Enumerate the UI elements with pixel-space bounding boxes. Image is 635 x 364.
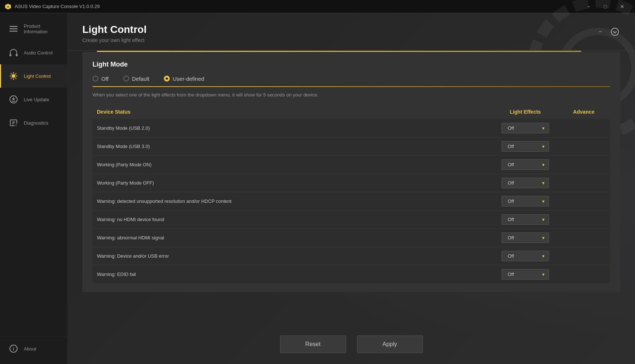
radio-off-label: Off [101,76,109,82]
dropdown-select-1[interactable]: OffStaticBreathingFlashingColor Cycle [501,141,549,152]
svg-rect-6 [16,54,18,56]
description-text: When you select one of the light effects… [93,91,610,99]
apply-button[interactable]: Apply [357,335,423,353]
dropdown-3[interactable]: OffStaticBreathingFlashingColor Cycle [501,178,549,188]
device-name-3: Working (Party Mode OFF) [97,180,489,186]
table-row: Warning: abnormal HDMI signal OffStaticB… [93,229,610,247]
header-light-effects: Light Effects [489,109,562,115]
header-controls: − [595,26,620,37]
header-device-status: Device Status [97,109,489,115]
dropdown-select-5[interactable]: OffStaticBreathingFlashingColor Cycle [501,214,549,225]
svg-line-14 [11,78,12,79]
radio-default-label: Default [132,76,150,82]
dropdown-select-0[interactable]: OffStaticBreathingFlashingColor Cycle [501,123,549,133]
sidebar-item-live-update[interactable]: Live Update [0,88,67,111]
dropdown-1[interactable]: OffStaticBreathingFlashingColor Cycle [501,141,549,152]
footer-buttons: Reset Apply [68,328,635,364]
header-minimize-button[interactable]: − [595,26,606,37]
sidebar-item-product-information[interactable]: ProductInformation [0,17,67,41]
sidebar-label-audio: Audio Control [24,50,53,56]
radio-label-default[interactable]: Default [123,76,150,82]
svg-point-32 [611,28,619,35]
table-row: Warning: no HDMI device found OffStaticB… [93,211,610,229]
table-row: Warning: Device and/or USB error OffStat… [93,247,610,265]
content-inner: Light Control Create your own light effe… [68,13,635,364]
titlebar-title: ASUS Video Capture Console V1.0.0.29 [15,4,99,9]
dropdown-wrapper-8: OffStaticBreathingFlashingColor Cycle [489,269,562,280]
table-body: Standby Mode (USB 2.0) OffStaticBreathin… [93,119,610,283]
download-icon [8,94,19,105]
table-row: Working (Party Mode OFF) OffStaticBreath… [93,174,610,192]
table-row: Warning: detected unsupported resolution… [93,192,610,211]
device-name-7: Warning: Device and/or USB error [97,253,489,259]
device-name-4: Warning: detected unsupported resolution… [97,198,489,204]
warning-icon: ! [8,118,19,128]
dropdown-2[interactable]: OffStaticBreathingFlashingColor Cycle [501,159,549,170]
dropdown-7[interactable]: OffStaticBreathingFlashingColor Cycle [501,251,549,261]
table-row: Standby Mode (USB 3.0) OffStaticBreathin… [93,137,610,156]
sidebar-label-product: ProductInformation [24,23,48,34]
dropdown-0[interactable]: OffStaticBreathingFlashingColor Cycle [501,123,549,133]
svg-text:A: A [7,5,9,8]
dropdown-select-4[interactable]: OffStaticBreathingFlashingColor Cycle [501,196,549,206]
svg-rect-4 [10,31,18,32]
svg-point-7 [12,74,15,78]
sidebar-item-diagnostics[interactable]: ! Diagnostics [0,111,67,134]
table-row: Standby Mode (USB 2.0) OffStaticBreathin… [93,119,610,137]
sidebar-item-audio-control[interactable]: Audio Control [0,41,67,64]
circle-dropdown-icon [610,27,619,36]
device-name-1: Standby Mode (USB 3.0) [97,144,489,149]
header-text: Light Control Create your own light effe… [82,23,147,43]
dropdown-wrapper-3: OffStaticBreathingFlashingColor Cycle [489,178,562,188]
svg-text:i: i [13,346,14,352]
sidebar-item-light-control[interactable]: Light Control [0,64,67,88]
dropdown-wrapper-4: OffStaticBreathingFlashingColor Cycle [489,196,562,206]
sidebar-label-live-update: Live Update [24,97,49,102]
svg-rect-2 [10,26,18,27]
page-subtitle: Create your own light effect [82,37,147,43]
radio-label-off[interactable]: Off [93,76,109,82]
light-icon [8,71,19,81]
dropdown-select-8[interactable]: OffStaticBreathingFlashingColor Cycle [501,269,549,280]
light-mode-section: Light Mode Off Default Us [82,52,620,292]
dropdown-5[interactable]: OffStaticBreathingFlashingColor Cycle [501,214,549,225]
svg-line-13 [15,78,16,79]
sidebar: ProductInformation Audio Control [0,13,68,364]
sidebar-item-about[interactable]: i About [0,337,67,360]
menu-icon [8,24,19,34]
device-name-2: Working (Party Mode ON) [97,162,489,167]
sidebar-label-light: Light Control [24,73,51,79]
reset-button[interactable]: Reset [280,335,346,353]
radio-user-defined-label: User-defined [173,76,204,82]
dropdown-select-6[interactable]: OffStaticBreathingFlashingColor Cycle [501,232,549,243]
table-header: Device Status Light Effects Advance [93,106,610,118]
main-content: Light Mode Off Default Us [68,52,635,328]
sidebar-about-section: i About [0,337,67,360]
page-header: Light Control Create your own light effe… [68,13,635,51]
dropdown-select-2[interactable]: OffStaticBreathingFlashingColor Cycle [501,159,549,170]
dropdown-select-3[interactable]: OffStaticBreathingFlashingColor Cycle [501,178,549,188]
device-name-5: Warning: no HDMI device found [97,217,489,222]
header-dropdown-button[interactable] [609,26,620,37]
device-name-8: Warning: EDID fail [97,272,489,277]
dropdown-wrapper-6: OffStaticBreathingFlashingColor Cycle [489,232,562,243]
radio-user-defined[interactable] [164,76,170,81]
radio-default[interactable] [123,76,129,81]
dropdown-wrapper-1: OffStaticBreathingFlashingColor Cycle [489,141,562,152]
dropdown-8[interactable]: OffStaticBreathingFlashingColor Cycle [501,269,549,280]
dropdown-wrapper-0: OffStaticBreathingFlashingColor Cycle [489,123,562,133]
light-mode-title: Light Mode [93,61,610,68]
dropdown-6[interactable]: OffStaticBreathingFlashingColor Cycle [501,232,549,243]
table-row: Working (Party Mode ON) OffStaticBreathi… [93,156,610,174]
svg-line-12 [11,73,12,74]
svg-line-15 [15,73,16,74]
svg-rect-3 [10,29,18,30]
dropdown-4[interactable]: OffStaticBreathingFlashingColor Cycle [501,196,549,206]
dropdown-select-7[interactable]: OffStaticBreathingFlashingColor Cycle [501,251,549,261]
table-row: Warning: EDID fail OffStaticBreathingFla… [93,265,610,283]
dropdown-wrapper-2: OffStaticBreathingFlashingColor Cycle [489,159,562,170]
header-advance: Advance [562,109,606,115]
content-area: Light Control Create your own light effe… [68,13,635,364]
radio-label-user-defined[interactable]: User-defined [164,76,204,82]
radio-off[interactable] [93,76,98,81]
